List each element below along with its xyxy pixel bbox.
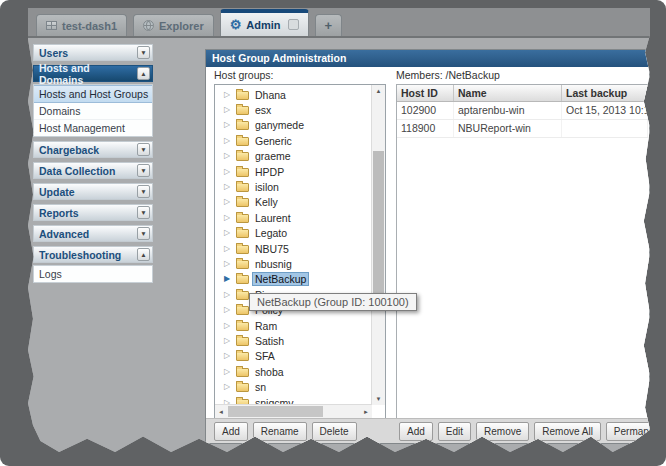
tree-item-label: SFA <box>253 350 277 362</box>
add-button[interactable]: Add <box>399 422 433 441</box>
sidebar-section-reports[interactable]: Reports <box>33 204 153 221</box>
sidebar-item-domains[interactable]: Domains <box>34 103 152 120</box>
column-header-name[interactable]: Name <box>454 85 562 101</box>
chevron-down-icon[interactable] <box>137 206 150 219</box>
scroll-up-icon[interactable] <box>372 85 385 97</box>
tree-item-label: sn <box>253 381 268 393</box>
sidebar-section-label: Advanced <box>39 228 89 240</box>
tree-item-label: Kelly <box>253 196 280 208</box>
sidebar-item-hosts-and-host-groups[interactable]: Hosts and Host Groups <box>34 85 152 103</box>
tree-item-legato[interactable]: Legato <box>215 226 372 241</box>
sidebar-section-label: Troubleshooting <box>39 249 121 261</box>
expand-arrow-icon[interactable] <box>224 106 232 114</box>
tab-test-dash1[interactable]: test-dash1 <box>36 14 127 36</box>
expand-arrow-icon[interactable] <box>224 137 232 145</box>
tree-item-generic[interactable]: Generic <box>215 133 372 148</box>
expand-arrow-icon[interactable] <box>224 214 232 222</box>
tree-horizontal-scrollbar[interactable] <box>215 404 372 418</box>
tab-close-icon[interactable] <box>288 19 299 30</box>
tree-button-group: AddRenameDelete <box>214 422 362 441</box>
expand-arrow-icon[interactable] <box>224 275 232 283</box>
chevron-down-icon[interactable] <box>137 227 150 240</box>
column-header-last-backup[interactable]: Last backup <box>562 85 648 101</box>
tab-label: test-dash1 <box>62 20 117 32</box>
app-window: test-dash1ExplorerAdmin+ UsersHosts and … <box>28 8 650 452</box>
expand-arrow-icon[interactable] <box>224 91 232 99</box>
expand-arrow-icon[interactable] <box>224 306 232 314</box>
sidebar-item-logs[interactable]: Logs <box>34 266 152 282</box>
members-label: Members: /NetBackup <box>396 69 500 81</box>
table-row[interactable]: 102900aptarenbu-winOct 15, 2013 10:16:..… <box>397 102 649 120</box>
scroll-right-icon[interactable] <box>360 405 372 418</box>
sidebar-item-host-management[interactable]: Host Management <box>34 120 152 136</box>
tree-item-graeme[interactable]: graeme <box>215 149 372 164</box>
expand-arrow-icon[interactable] <box>224 352 232 360</box>
chevron-down-icon[interactable] <box>137 164 150 177</box>
expand-arrow-icon[interactable] <box>224 383 232 391</box>
host-groups-label: Host groups: <box>214 69 274 81</box>
tree-item-netbackup[interactable]: NetBackup <box>215 272 372 287</box>
tree-item-ram[interactable]: Ram <box>215 318 372 333</box>
tree-item-ganymede[interactable]: ganymede <box>215 118 372 133</box>
expand-arrow-icon[interactable] <box>224 198 232 206</box>
tree-item-isilon[interactable]: isilon <box>215 179 372 194</box>
chevron-down-icon[interactable] <box>137 143 150 156</box>
table-cell: 118900 <box>397 120 454 137</box>
scroll-down-icon[interactable] <box>372 393 385 405</box>
tree-item-nbusnig[interactable]: nbusnig <box>215 256 372 271</box>
tree-item-dhana[interactable]: Dhana <box>215 87 372 102</box>
chevron-up-icon[interactable] <box>137 248 150 261</box>
globe-icon <box>143 20 154 31</box>
tree-item-nbu75[interactable]: NBU75 <box>215 241 372 256</box>
screenshot-stage: test-dash1ExplorerAdmin+ UsersHosts and … <box>0 0 666 466</box>
expand-arrow-icon[interactable] <box>224 152 232 160</box>
expand-arrow-icon[interactable] <box>224 368 232 376</box>
tree-item-esx[interactable]: esx <box>215 102 372 117</box>
delete-button[interactable]: Delete <box>312 422 357 441</box>
scroll-left-icon[interactable] <box>215 405 227 418</box>
vertical-scroll-thumb[interactable] <box>373 151 384 296</box>
table-row[interactable]: 118900NBUReport-win <box>397 120 649 138</box>
tree-item-shoba[interactable]: shoba <box>215 364 372 379</box>
sidebar-section-label: Update <box>39 186 75 198</box>
rename-button[interactable]: Rename <box>253 422 307 441</box>
tree-item-satish[interactable]: Satish <box>215 333 372 348</box>
sidebar-section-users[interactable]: Users <box>33 44 153 61</box>
tree-rows: DhanaesxganymedeGenericgraemeHPDPisilonK… <box>215 85 372 405</box>
tab-admin[interactable]: Admin <box>220 9 309 36</box>
tree-vertical-scrollbar[interactable] <box>371 85 385 405</box>
expand-arrow-icon[interactable] <box>224 322 232 330</box>
tree-item-sn[interactable]: sn <box>215 379 372 394</box>
tree-item-hpdp[interactable]: HPDP <box>215 164 372 179</box>
chevron-up-icon[interactable] <box>137 67 150 80</box>
expand-arrow-icon[interactable] <box>224 229 232 237</box>
expand-arrow-icon[interactable] <box>224 337 232 345</box>
expand-arrow-icon[interactable] <box>224 168 232 176</box>
folder-icon <box>236 383 249 392</box>
add-button[interactable]: Add <box>214 422 248 441</box>
tree-item-kelly[interactable]: Kelly <box>215 195 372 210</box>
sidebar-section-hosts-and-domains[interactable]: Hosts and Domains <box>33 65 153 82</box>
sidebar-section-advanced[interactable]: Advanced <box>33 225 153 242</box>
expand-arrow-icon[interactable] <box>224 245 232 253</box>
sidebar-section-troubleshooting[interactable]: Troubleshooting <box>33 246 153 263</box>
horizontal-scroll-thumb[interactable] <box>228 406 323 417</box>
tree-item-sfa[interactable]: SFA <box>215 349 372 364</box>
expand-arrow-icon[interactable] <box>224 260 232 268</box>
edit-button[interactable]: Edit <box>438 422 471 441</box>
table-cell: aptarenbu-win <box>454 102 562 119</box>
expand-arrow-icon[interactable] <box>224 291 232 299</box>
sidebar-section-chargeback[interactable]: Chargeback <box>33 141 153 158</box>
tab-new-tab[interactable]: + <box>315 14 343 36</box>
sidebar-section-update[interactable]: Update <box>33 183 153 200</box>
tree-item-label: shoba <box>253 366 286 378</box>
chevron-down-icon[interactable] <box>137 46 150 59</box>
expand-arrow-icon[interactable] <box>224 183 232 191</box>
expand-arrow-icon[interactable] <box>224 121 232 129</box>
column-header-host-id[interactable]: Host ID <box>397 85 454 101</box>
tab-explorer[interactable]: Explorer <box>133 14 214 36</box>
sidebar-section-label: Users <box>39 47 68 59</box>
chevron-down-icon[interactable] <box>137 185 150 198</box>
tree-item-laurent[interactable]: Laurent <box>215 210 372 225</box>
sidebar-section-data-collection[interactable]: Data Collection <box>33 162 153 179</box>
